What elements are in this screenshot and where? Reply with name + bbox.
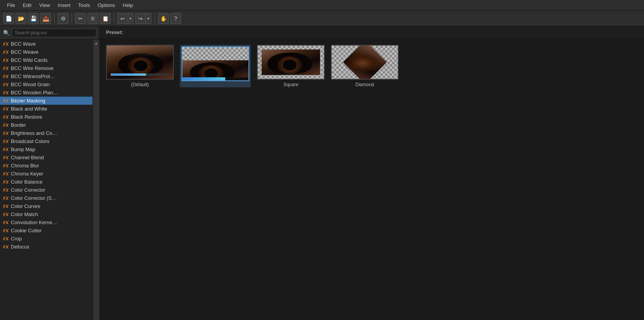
preset-diamond-image [332,46,398,79]
preset-default-image [107,46,173,79]
preset-selected-image [182,47,248,80]
main-layout: 🔍 FXBCC WaveFXBCC WeaveFXBCC Wild CardsF… [0,26,644,320]
plugin-item-convolution-kerne[interactable]: FXConvolution Kerne… [0,218,92,226]
plugin-name-label: Black and White [11,106,47,112]
plugin-name-label: Channel Blend [11,155,44,160]
preset-diamond-label: Diamond [355,82,374,87]
plugin-item-bcc-wild-cards[interactable]: FXBCC Wild Cards [0,56,92,64]
open-button[interactable]: 📂 [15,13,26,24]
new-button[interactable]: 📄 [3,13,14,24]
plugin-item-color-match[interactable]: FXColor Match [0,210,92,218]
fx-icon: FX [3,245,9,249]
plugin-name-label: BCC Wire Remove [11,65,53,71]
plugin-name-label: BCC Wave [11,41,36,47]
plugin-item-color-balance[interactable]: FXColor Balance [0,178,92,186]
settings-button[interactable]: ⚙ [58,13,69,24]
preset-area: Preset: [100,26,644,320]
plugin-name-label: Chroma Keyer [11,171,43,177]
plugin-item-color-curves[interactable]: FXColor Curves [0,202,92,210]
preset-header: Preset: [100,26,644,39]
plugin-item-bcc-witness-prot[interactable]: FXBCC WitnessProt… [0,72,92,80]
plugin-name-label: Defocus [11,244,29,250]
export-button[interactable]: 📤 [40,13,51,24]
plugin-item-broadcast-colors[interactable]: FXBroadcast Colors [0,137,92,145]
plugin-item-bcc-wave[interactable]: FXBCC Wave [0,40,92,48]
plugin-item-channel-blend[interactable]: FXChannel Blend [0,153,92,162]
cut-button[interactable]: ✂ [75,13,86,24]
plugin-name-label: Broadcast Colors [11,138,50,144]
plugin-item-border[interactable]: FXBorder [0,121,92,129]
plugin-name-label: Chroma Blur [11,163,39,169]
scroll-up-button[interactable]: ▲ [92,40,99,320]
preset-diamond-thumb [331,45,399,80]
fx-icon: FX [3,172,9,176]
plugin-item-black-and-white[interactable]: FXBlack and White [0,105,92,113]
plugin-item-bcc-wooden-plan[interactable]: FXBCC Wooden Plan… [0,89,92,97]
help-button[interactable]: ? [170,13,181,24]
plugin-item-chroma-blur[interactable]: FXChroma Blur [0,162,92,170]
undo-button[interactable]: ↩ [117,13,128,24]
plugin-name-label: Bézier Masking [11,98,45,104]
plugin-item-black-restore[interactable]: FXBlack Restore [0,113,92,121]
redo-button[interactable]: ↪ [135,13,146,24]
search-bar: 🔍 [0,26,99,40]
plugin-name-label: Color Balance [11,179,43,185]
plugin-item-defocus[interactable]: FXDefocus [0,243,92,251]
preset-default[interactable]: (Default) [106,45,174,87]
fx-icon: FX [3,66,9,71]
plugin-item-cookie-cutter[interactable]: FXCookie Cutter [0,226,92,235]
save-button[interactable]: 💾 [28,13,39,24]
menu-options[interactable]: Options [94,1,119,10]
plugin-item-bcc-wood-grain[interactable]: FXBCC Wood Grain [0,80,92,89]
menu-edit[interactable]: Edit [19,1,35,10]
plugin-name-label: Color Corrector (S… [11,195,57,201]
preset-diamond[interactable]: Diamond [331,45,399,87]
sidebar: 🔍 FXBCC WaveFXBCC WeaveFXBCC Wild CardsF… [0,26,100,320]
plugin-name-label: BCC WitnessProt… [11,73,55,79]
redo-arrow[interactable]: ▾ [146,13,151,24]
fx-icon: FX [3,228,9,233]
preset-default-label: (Default) [131,82,149,87]
preset-square[interactable]: Square [257,45,325,87]
plugin-name-label: Black Restore [11,114,42,120]
fx-icon: FX [3,147,9,152]
fx-icon: FX [3,107,9,111]
menu-help[interactable]: Help [119,1,137,10]
plugin-name-label: Crop [11,236,22,242]
plugin-item-color-corrector-s[interactable]: FXColor Corrector (S… [0,194,92,202]
menu-insert[interactable]: Insert [54,1,74,10]
undo-group: ↩ ▾ [117,13,134,24]
plugin-item-bcc-weave[interactable]: FXBCC Weave [0,48,92,56]
fx-icon: FX [3,139,9,144]
hand-button[interactable]: ✋ [158,13,169,24]
plugin-list: FXBCC WaveFXBCC WeaveFXBCC Wild CardsFXB… [0,40,92,320]
menu-tools[interactable]: Tools [74,1,94,10]
search-input[interactable] [12,29,96,37]
plugin-item-bezier-masking[interactable]: FXBézier Masking [0,97,92,105]
fx-icon: FX [3,131,9,136]
plugin-item-brightness-and-co[interactable]: FXBrightness and Co… [0,129,92,137]
plugin-item-chroma-keyer[interactable]: FXChroma Keyer [0,170,92,178]
separator-4 [154,14,155,23]
preset-square-label: Square [283,82,298,87]
fx-icon: FX [3,188,9,192]
preset-default-thumb [106,45,174,80]
copy-button[interactable]: ⎘ [87,13,98,24]
plugin-name-label: Brightness and Co… [11,130,57,136]
paste-button[interactable]: 📋 [100,13,111,24]
plugin-name-label: Color Curves [11,203,40,209]
plugin-item-crop[interactable]: FXCrop [0,235,92,243]
menu-view[interactable]: View [35,1,54,10]
plugin-item-bcc-wire-remove[interactable]: FXBCC Wire Remove [0,64,92,72]
fx-icon: FX [3,196,9,201]
preset-square-thumb [257,45,325,80]
preset-selected[interactable] [180,45,251,87]
preset-selected-thumb [182,46,249,81]
redo-group: ↪ ▾ [135,13,151,24]
toolbar: 📄 📂 💾 📤 ⚙ ✂ ⎘ 📋 ↩ ▾ ↪ ▾ ✋ ? [0,11,644,26]
plugin-item-color-corrector[interactable]: FXColor Corrector [0,186,92,194]
undo-arrow[interactable]: ▾ [128,13,134,24]
menu-file[interactable]: File [3,1,19,10]
fx-icon: FX [3,180,9,184]
plugin-item-bump-map[interactable]: FXBump Map [0,145,92,153]
